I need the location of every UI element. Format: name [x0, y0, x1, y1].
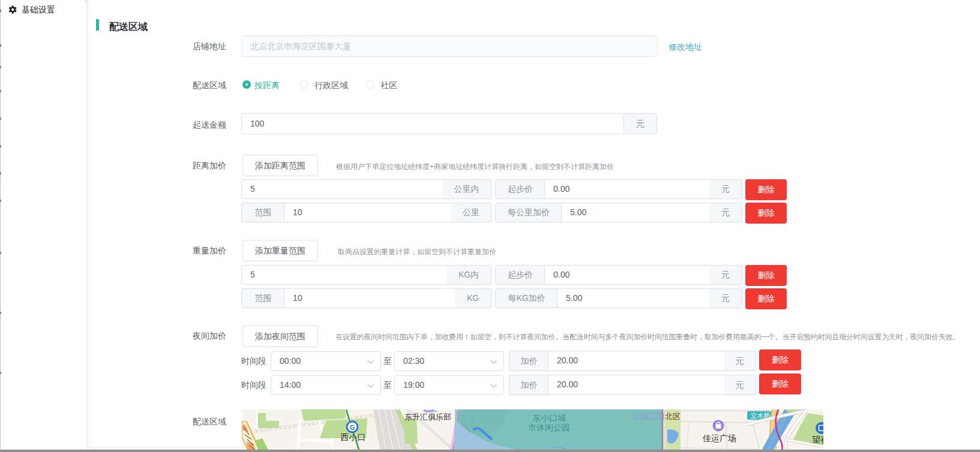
svg-text:佳运广场: 佳运广场 — [702, 433, 736, 443]
svg-text:G: G — [350, 424, 355, 431]
svg-text:西小口: 西小口 — [340, 432, 365, 442]
svg-text:公园二期: 公园二期 — [633, 412, 664, 421]
svg-text:北区: 北区 — [665, 412, 681, 421]
svg-text:东小口城: 东小口城 — [532, 413, 566, 423]
svg-text:市休闲公园: 市休闲公园 — [528, 423, 570, 432]
svg-text:望春: 望春 — [812, 435, 823, 444]
svg-text:东升汇俱乐部: 东升汇俱乐部 — [404, 412, 451, 421]
